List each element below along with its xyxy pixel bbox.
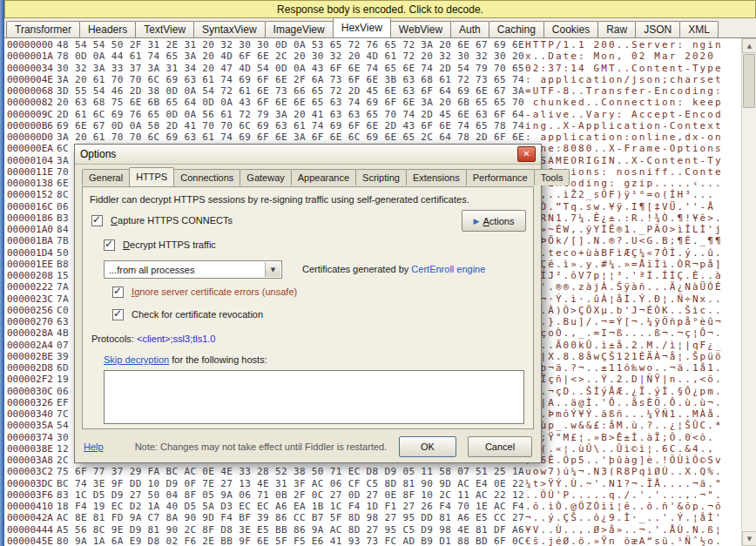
tab-webview[interactable]: WebView: [390, 21, 451, 37]
tab-cookies[interactable]: Cookies: [543, 21, 598, 37]
hex-ascii: .ÛÍJ².ôV7p¦¦³.'ªÍ.ÍÌÇ.È..à: [525, 270, 741, 281]
hex-row: 00000410 18 F4 19 EC D2 1A 40 D5 5A D3 E…: [4, 501, 741, 512]
protocols-value[interactable]: <client>;ssl3;tls1.0: [137, 334, 216, 344]
chevron-down-icon[interactable]: ▼: [265, 262, 280, 277]
hex-ascii: .ùÒ.”Tq.sw.¥ÿ.I¶[‡VÜ.''-Å: [525, 201, 741, 212]
tab-json[interactable]: JSON: [635, 21, 680, 37]
ignore-cert-errors-checkbox[interactable]: ✓: [112, 286, 124, 298]
encoded-response-banner[interactable]: Response body is encoded. Click to decod…: [4, 0, 756, 18]
vertical-scrollbar[interactable]: ▲ ▼: [741, 38, 756, 546]
options-tab-performance[interactable]: Performance: [466, 169, 535, 185]
hex-ascii: ..,..ìŽ2_sÕF)ÿ¹°=o(ÍH³...: [525, 189, 741, 200]
hex-ascii: |..ÞmôÝ¥Ý.äßñ...¼ŸÑ1..MÀå.: [525, 408, 741, 420]
hex-bytes: 69 6E 67 0D 0A 58 2D 41 70 70 6C 69 63 6…: [57, 120, 525, 131]
options-tab-appearance[interactable]: Appearance: [291, 169, 356, 185]
hex-offset: 000003DC: [4, 478, 57, 489]
hex-offset: 00000000: [4, 39, 57, 51]
check-revocation-label: Check for certificate revocation: [132, 309, 263, 320]
hex-offset: 0000001A: [4, 51, 57, 62]
hex-row: 0000045E 80 9A 1A 6A E9 D8 02 F6 2E BB 9…: [4, 536, 741, 546]
hex-bytes: AC 8E 81 FD 9A C7 8A 90 9D F4 BF 39 86 C…: [57, 512, 525, 523]
hex-row: 0000042A AC 8E 81 FD 9A C7 8A 90 9D F4 B…: [4, 512, 741, 523]
hex-row: 000003C2 75 6F 77 37 29 FA BC AC 0E 4E 3…: [4, 466, 741, 477]
hex-bytes: 3A 20 61 70 70 6C 69 63 61 74 69 6F 6E 2…: [57, 74, 525, 85]
tab-transformer[interactable]: Transformer: [6, 21, 80, 37]
check-revocation-checkbox[interactable]: ✓: [112, 309, 124, 320]
hex-ascii: ¥V..Ù..,.Ø>å»..¬.'.ÅÙ.N.ß¦: [525, 524, 741, 536]
hex-bytes: 78 0D 0A 44 61 74 65 3A 20 4D 6F 6E 2C 2…: [57, 51, 525, 62]
hex-ascii: c¦.}.Bu]/.¬=Ý[¬.¼ÿÕñpå°èû¬: [525, 316, 741, 327]
dialog-titlebar[interactable]: Options ✕: [75, 145, 541, 165]
tab-syntaxview[interactable]: SyntaxView: [193, 21, 265, 37]
hex-offset: 000000EA: [4, 143, 57, 154]
cancel-button[interactable]: Cancel: [468, 436, 532, 457]
tab-headers[interactable]: Headers: [79, 21, 136, 37]
hex-ascii: P¦.teco+ùàBFìÆÇ¼«7ÔÌ.ý..û.: [525, 247, 741, 259]
tab-caching[interactable]: Caching: [489, 21, 544, 37]
tab-raw[interactable]: Raw: [597, 21, 636, 37]
hex-bytes: 3A 20 61 70 70 6C 69 63 61 74 69 6F 6E 3…: [57, 131, 525, 143]
tab-hexview[interactable]: HexView: [333, 17, 391, 37]
check-revocation-row[interactable]: ✓ Check for certificate revocation: [112, 309, 263, 320]
hex-ascii: .ä..Ä00kÛ.ì±å.2.M./ì¦|qF¿_: [525, 340, 741, 351]
check-icon: ✓: [92, 213, 101, 226]
tab-textview[interactable]: TextView: [135, 21, 194, 37]
options-tab-extensions[interactable]: Extensions: [406, 169, 467, 185]
tab-xml[interactable]: XML: [679, 21, 719, 37]
hex-row: 00000082 20 63 68 75 6E 6B 65 64 0D 0A 4…: [4, 97, 741, 108]
close-button[interactable]: ✕: [517, 146, 536, 162]
protocols-line: Protocols: <client>;ssl3;tls1.0: [91, 334, 215, 344]
hex-ascii: ,~6Ê.Õp5..'þûàg]è.!ÕÙìÕ©Sv: [525, 455, 741, 466]
options-tab-gateway[interactable]: Gateway: [240, 169, 291, 185]
ok-button[interactable]: OK: [399, 436, 456, 457]
hex-bytes: 80 9A 1A 6A E9 D8 02 F6 2E BB 9F 6E 5F F…: [57, 536, 525, 546]
hex-offset: 000003C2: [4, 466, 57, 477]
hex-offset: 000002F2: [4, 374, 57, 385]
hex-ascii: 9.|X.8.8åwÇŠ121ÈÄÀ¬å¦.Špüö: [525, 351, 741, 362]
hex-ascii: zs'.®®.zàjÀ.Šÿàñ...Ä¿NàÜÓÉ: [525, 281, 741, 293]
hex-offset: 00000186: [4, 212, 57, 224]
hex-bytes: 30 32 3A 33 37 3A 31 34 20 47 4D 54 0D 0…: [57, 63, 525, 74]
hex-ascii: 02:37:14 GMT..Content-Type: [525, 63, 741, 74]
hex-ascii: ...¬çD..ŠÌýÅÆ.¿Ï.ýÌ.§Ô¿pm.: [525, 386, 741, 397]
capture-https-checkbox[interactable]: ✓: [91, 215, 103, 226]
hex-ascii: chunked..Connection: keep: [525, 97, 741, 108]
options-tab-tools[interactable]: Tools: [534, 169, 570, 185]
dialog-footer: Help Note: Changes may not take effect u…: [84, 437, 532, 456]
hex-offset: 000001EE: [4, 259, 57, 270]
options-tab-general[interactable]: General: [82, 169, 130, 185]
hex-bytes: BC 74 3E 9F DD 10 D9 0F 7E 27 13 4E 31 3…: [57, 478, 525, 489]
tab-imageview[interactable]: ImageView: [265, 21, 334, 37]
hex-offset: 0000038E: [4, 443, 57, 455]
capture-https-row[interactable]: ✓ Capture HTTPS CONNECTs: [91, 215, 233, 226]
hex-offset: 00000152: [4, 189, 57, 200]
tab-auth[interactable]: Auth: [450, 21, 489, 37]
scrollbar-down-button[interactable]: ▼: [742, 531, 756, 546]
help-link[interactable]: Help: [84, 442, 104, 452]
decrypt-https-checkbox[interactable]: ✓: [104, 239, 115, 251]
hex-offset: 000000D0: [4, 131, 57, 143]
skip-hosts-input[interactable]: [104, 370, 524, 424]
process-filter-dropdown[interactable]: ...from all processes ▼: [104, 260, 282, 279]
hex-offset: 0000028A: [4, 327, 57, 339]
ignore-cert-errors-row[interactable]: ✓ Ignore server certificate errors (unsa…: [112, 286, 297, 298]
hex-ascii: x..Date: Mon, 02 Mar 2020: [525, 51, 741, 62]
hex-ascii: z.¬·Ý.ì·.ûÀ¦åÌ.Ý.Ð¦.Ñ÷Nx..: [525, 293, 741, 305]
options-tab-scripting[interactable]: Scripting: [355, 169, 407, 185]
hex-row: 00000068 3D 55 54 46 2D 38 0D 0A 54 72 6…: [4, 85, 741, 97]
certenroll-link[interactable]: CertEnroll engine: [411, 264, 485, 274]
scrollbar-up-button[interactable]: ▲: [742, 38, 756, 53]
actions-button[interactable]: ▶ Actions: [462, 210, 526, 232]
hex-offset: 00000222: [4, 281, 57, 293]
options-tab-connections[interactable]: Connections: [173, 169, 240, 185]
hex-ascii: TŠùp_.w&&£:åM.ù.?..¿¦ŠÛC.*: [525, 420, 741, 431]
skip-decryption-link[interactable]: Skip decryption: [104, 354, 169, 365]
decrypt-https-row[interactable]: ✓ Decrypt HTTPS traffic: [104, 239, 216, 251]
hex-ascii: : application:online,dx-on: [525, 131, 741, 143]
options-tab-https[interactable]: HTTPS: [129, 167, 174, 186]
hex-ascii: mZþ¬ä.?¬..±11ô‰wo..¬ä.1å1.: [525, 362, 741, 374]
dialog-title: Options: [80, 148, 116, 160]
actions-icon: ▶: [473, 217, 479, 226]
scrollbar-thumb[interactable]: [743, 54, 755, 108]
process-filter-value: ...from all processes: [109, 265, 194, 275]
